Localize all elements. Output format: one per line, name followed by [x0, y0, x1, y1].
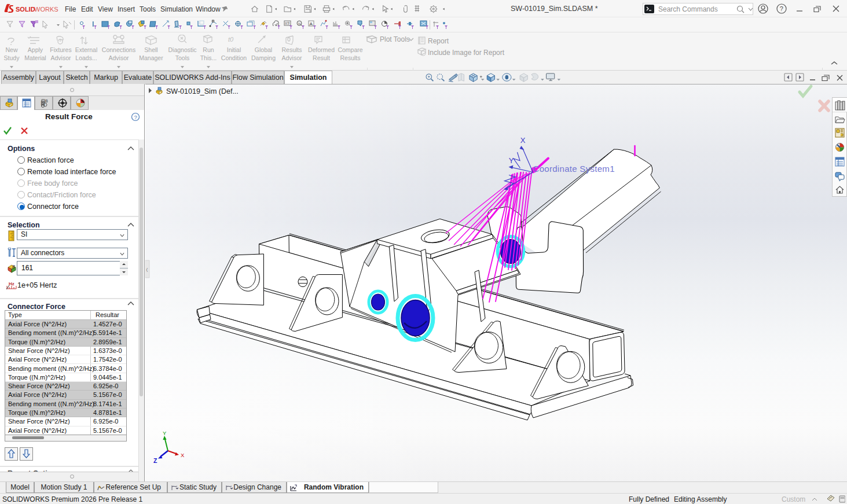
- svg-text:WORKS: WORKS: [34, 6, 58, 13]
- svg-text:SOLID: SOLID: [16, 6, 35, 13]
- svg-text:Y: Y: [509, 156, 514, 165]
- svg-text:N: N: [298, 22, 300, 25]
- svg-text:Y: Y: [163, 430, 167, 436]
- svg-text:X: X: [181, 452, 185, 458]
- svg-text:SW-01019_Sim (Def...: SW-01019_Sim (Def...: [166, 87, 239, 95]
- svg-text:Coordinate System1: Coordinate System1: [533, 164, 615, 174]
- svg-text:Hz: Hz: [9, 281, 14, 286]
- svg-text:〈: 〈: [146, 267, 148, 273]
- svg-text:#: #: [12, 264, 15, 270]
- svg-text:=?: =?: [285, 21, 289, 25]
- svg-text:X: X: [520, 136, 526, 145]
- svg-text:Z: Z: [153, 457, 157, 464]
- svg-text:B: B: [45, 99, 48, 103]
- svg-text:A: A: [310, 21, 313, 27]
- svg-text:t0: t0: [228, 36, 234, 43]
- svg-text:?: ?: [134, 114, 137, 120]
- svg-text:?: ?: [780, 5, 783, 12]
- svg-text:Plot Tools: Plot Tools: [380, 35, 410, 43]
